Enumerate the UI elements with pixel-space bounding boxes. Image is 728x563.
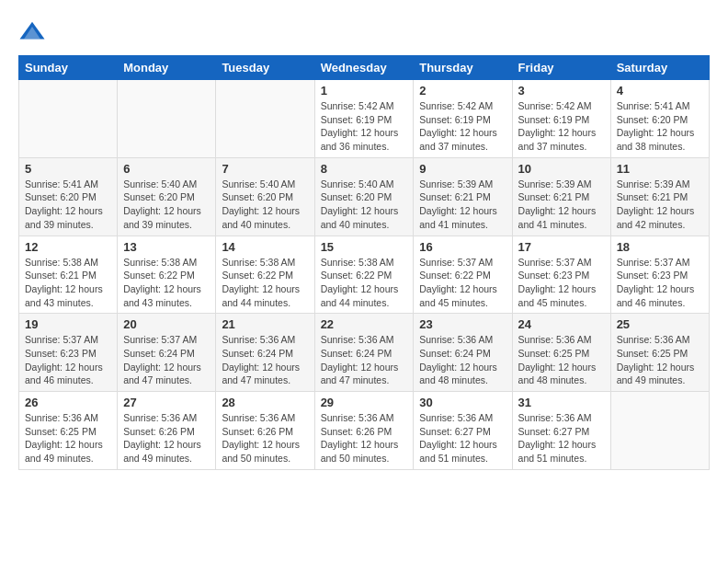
calendar-cell: 17Sunrise: 5:37 AM Sunset: 6:23 PM Dayli…	[512, 236, 610, 314]
day-info: Sunrise: 5:42 AM Sunset: 6:19 PM Dayligh…	[321, 99, 408, 154]
day-info: Sunrise: 5:37 AM Sunset: 6:23 PM Dayligh…	[617, 256, 703, 310]
page-header	[18, 18, 710, 46]
header-wednesday: Wednesday	[314, 56, 414, 80]
calendar-cell: 14Sunrise: 5:38 AM Sunset: 6:22 PM Dayli…	[216, 236, 314, 314]
day-number: 23	[419, 317, 506, 331]
day-info: Sunrise: 5:41 AM Sunset: 6:20 PM Dayligh…	[25, 178, 111, 232]
calendar-cell: 12Sunrise: 5:38 AM Sunset: 6:21 PM Dayli…	[19, 236, 118, 314]
day-info: Sunrise: 5:42 AM Sunset: 6:19 PM Dayligh…	[419, 99, 506, 154]
header-monday: Monday	[118, 56, 216, 80]
day-number: 16	[419, 240, 506, 254]
day-info: Sunrise: 5:36 AM Sunset: 6:24 PM Dayligh…	[321, 333, 408, 387]
day-number: 21	[222, 317, 308, 331]
day-info: Sunrise: 5:38 AM Sunset: 6:22 PM Dayligh…	[123, 256, 210, 310]
day-info: Sunrise: 5:39 AM Sunset: 6:21 PM Dayligh…	[617, 178, 703, 232]
day-number: 30	[419, 396, 506, 409]
logo-icon	[18, 18, 46, 46]
calendar-cell: 25Sunrise: 5:36 AM Sunset: 6:25 PM Dayli…	[610, 314, 709, 392]
day-info: Sunrise: 5:37 AM Sunset: 6:22 PM Dayligh…	[419, 256, 506, 310]
calendar-cell: 29Sunrise: 5:36 AM Sunset: 6:26 PM Dayli…	[314, 392, 414, 470]
day-info: Sunrise: 5:36 AM Sunset: 6:27 PM Dayligh…	[518, 411, 605, 465]
day-number: 25	[617, 317, 703, 331]
calendar-cell	[610, 392, 709, 470]
day-number: 26	[25, 396, 111, 409]
calendar-cell: 2Sunrise: 5:42 AM Sunset: 6:19 PM Daylig…	[414, 80, 512, 158]
day-number: 9	[419, 162, 506, 176]
day-number: 8	[321, 162, 408, 176]
calendar-cell: 10Sunrise: 5:39 AM Sunset: 6:21 PM Dayli…	[512, 157, 610, 236]
calendar-cell: 16Sunrise: 5:37 AM Sunset: 6:22 PM Dayli…	[414, 236, 512, 314]
day-number: 20	[123, 317, 210, 331]
day-info: Sunrise: 5:36 AM Sunset: 6:25 PM Dayligh…	[518, 333, 605, 387]
calendar-week-row: 12Sunrise: 5:38 AM Sunset: 6:21 PM Dayli…	[19, 236, 710, 314]
day-number: 22	[321, 317, 408, 331]
calendar-cell: 31Sunrise: 5:36 AM Sunset: 6:27 PM Dayli…	[512, 392, 610, 470]
day-info: Sunrise: 5:37 AM Sunset: 6:23 PM Dayligh…	[518, 256, 605, 310]
header-thursday: Thursday	[414, 56, 512, 80]
calendar-cell: 26Sunrise: 5:36 AM Sunset: 6:25 PM Dayli…	[19, 392, 118, 470]
day-number: 7	[222, 162, 308, 176]
day-info: Sunrise: 5:38 AM Sunset: 6:21 PM Dayligh…	[25, 256, 111, 310]
day-number: 14	[222, 240, 308, 254]
day-info: Sunrise: 5:36 AM Sunset: 6:25 PM Dayligh…	[617, 333, 703, 387]
calendar-cell: 21Sunrise: 5:36 AM Sunset: 6:24 PM Dayli…	[216, 314, 314, 392]
calendar-cell: 4Sunrise: 5:41 AM Sunset: 6:20 PM Daylig…	[610, 80, 709, 158]
calendar-week-row: 19Sunrise: 5:37 AM Sunset: 6:23 PM Dayli…	[19, 314, 710, 392]
day-number: 31	[518, 396, 605, 409]
day-info: Sunrise: 5:36 AM Sunset: 6:24 PM Dayligh…	[419, 333, 506, 387]
calendar-cell: 23Sunrise: 5:36 AM Sunset: 6:24 PM Dayli…	[414, 314, 512, 392]
day-number: 17	[518, 240, 605, 254]
calendar-cell: 19Sunrise: 5:37 AM Sunset: 6:23 PM Dayli…	[19, 314, 118, 392]
day-number: 19	[25, 317, 111, 331]
calendar-cell: 5Sunrise: 5:41 AM Sunset: 6:20 PM Daylig…	[19, 157, 118, 236]
calendar-cell: 11Sunrise: 5:39 AM Sunset: 6:21 PM Dayli…	[610, 157, 709, 236]
calendar-cell	[19, 80, 118, 158]
calendar-cell: 8Sunrise: 5:40 AM Sunset: 6:20 PM Daylig…	[314, 157, 414, 236]
header-friday: Friday	[512, 56, 610, 80]
day-info: Sunrise: 5:36 AM Sunset: 6:26 PM Dayligh…	[222, 411, 308, 465]
day-number: 5	[25, 162, 111, 176]
day-info: Sunrise: 5:40 AM Sunset: 6:20 PM Dayligh…	[222, 178, 308, 232]
day-info: Sunrise: 5:37 AM Sunset: 6:24 PM Dayligh…	[123, 333, 210, 387]
calendar-week-row: 5Sunrise: 5:41 AM Sunset: 6:20 PM Daylig…	[19, 157, 710, 236]
calendar-week-row: 1Sunrise: 5:42 AM Sunset: 6:19 PM Daylig…	[19, 80, 710, 158]
day-number: 12	[25, 240, 111, 254]
day-number: 2	[419, 84, 506, 98]
header-sunday: Sunday	[19, 56, 118, 80]
day-info: Sunrise: 5:41 AM Sunset: 6:20 PM Dayligh…	[617, 99, 703, 154]
calendar-cell: 1Sunrise: 5:42 AM Sunset: 6:19 PM Daylig…	[314, 80, 414, 158]
calendar-cell: 7Sunrise: 5:40 AM Sunset: 6:20 PM Daylig…	[216, 157, 314, 236]
calendar-table: SundayMondayTuesdayWednesdayThursdayFrid…	[18, 55, 710, 470]
day-info: Sunrise: 5:38 AM Sunset: 6:22 PM Dayligh…	[222, 256, 308, 310]
calendar-header-row: SundayMondayTuesdayWednesdayThursdayFrid…	[19, 56, 710, 80]
calendar-cell: 20Sunrise: 5:37 AM Sunset: 6:24 PM Dayli…	[118, 314, 216, 392]
day-number: 11	[617, 162, 703, 176]
day-number: 6	[123, 162, 210, 176]
calendar-cell: 9Sunrise: 5:39 AM Sunset: 6:21 PM Daylig…	[414, 157, 512, 236]
calendar-cell: 15Sunrise: 5:38 AM Sunset: 6:22 PM Dayli…	[314, 236, 414, 314]
calendar-week-row: 26Sunrise: 5:36 AM Sunset: 6:25 PM Dayli…	[19, 392, 710, 470]
calendar-cell: 18Sunrise: 5:37 AM Sunset: 6:23 PM Dayli…	[610, 236, 709, 314]
day-number: 1	[321, 84, 408, 98]
day-number: 10	[518, 162, 605, 176]
header-tuesday: Tuesday	[216, 56, 314, 80]
day-number: 18	[617, 240, 703, 254]
calendar-cell: 30Sunrise: 5:36 AM Sunset: 6:27 PM Dayli…	[414, 392, 512, 470]
header-saturday: Saturday	[610, 56, 709, 80]
day-info: Sunrise: 5:39 AM Sunset: 6:21 PM Dayligh…	[518, 178, 605, 232]
day-number: 3	[518, 84, 605, 98]
day-info: Sunrise: 5:36 AM Sunset: 6:26 PM Dayligh…	[321, 411, 408, 465]
day-info: Sunrise: 5:40 AM Sunset: 6:20 PM Dayligh…	[123, 178, 210, 232]
day-info: Sunrise: 5:36 AM Sunset: 6:26 PM Dayligh…	[123, 411, 210, 465]
calendar-cell: 6Sunrise: 5:40 AM Sunset: 6:20 PM Daylig…	[118, 157, 216, 236]
day-info: Sunrise: 5:36 AM Sunset: 6:27 PM Dayligh…	[419, 411, 506, 465]
day-number: 4	[617, 84, 703, 98]
day-info: Sunrise: 5:36 AM Sunset: 6:25 PM Dayligh…	[25, 411, 111, 465]
day-info: Sunrise: 5:39 AM Sunset: 6:21 PM Dayligh…	[419, 178, 506, 232]
day-info: Sunrise: 5:36 AM Sunset: 6:24 PM Dayligh…	[222, 333, 308, 387]
day-info: Sunrise: 5:38 AM Sunset: 6:22 PM Dayligh…	[321, 256, 408, 310]
day-info: Sunrise: 5:42 AM Sunset: 6:19 PM Dayligh…	[518, 99, 605, 154]
calendar-cell: 28Sunrise: 5:36 AM Sunset: 6:26 PM Dayli…	[216, 392, 314, 470]
day-number: 27	[123, 396, 210, 409]
calendar-cell	[118, 80, 216, 158]
